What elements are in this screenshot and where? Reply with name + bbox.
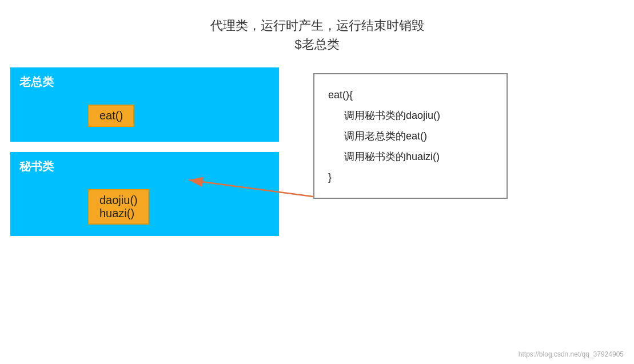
title-area: 代理类，运行时产生，运行结束时销毁 $老总类: [0, 0, 634, 54]
code-line-4: }: [328, 167, 488, 187]
page-container: 代理类，运行时产生，运行结束时销毁 $老总类 老总类 eat() 秘书类 dao…: [0, 0, 634, 364]
code-line-0: eat(){: [328, 85, 488, 105]
code-line-2: 调用老总类的eat(): [328, 126, 488, 146]
main-content: 老总类 eat() 秘书类 daojiu() huazi() eat(){ 调用…: [0, 67, 634, 236]
boss-class-box: 老总类 eat(): [10, 67, 279, 142]
secretary-class-box: 秘书类 daojiu() huazi(): [10, 152, 279, 236]
code-line-1: 调用秘书类的daojiu(): [328, 105, 488, 126]
right-column: eat(){ 调用秘书类的daojiu() 调用老总类的eat() 调用秘书类的…: [313, 73, 508, 199]
title-line2: $老总类: [0, 35, 634, 54]
secretary-method-box: daojiu() huazi(): [88, 189, 149, 225]
secretary-method-huazi: huazi(): [99, 207, 134, 219]
code-box: eat(){ 调用秘书类的daojiu() 调用老总类的eat() 调用秘书类的…: [313, 73, 508, 199]
code-line-3: 调用秘书类的huaizi(): [328, 146, 488, 167]
boss-method-box: eat(): [88, 105, 134, 127]
secretary-method-daojiu: daojiu(): [99, 194, 138, 206]
secretary-class-label: 秘书类: [19, 159, 270, 174]
left-column: 老总类 eat() 秘书类 daojiu() huazi(): [10, 67, 279, 236]
watermark: https://blog.csdn.net/qq_37924905: [519, 350, 624, 358]
boss-class-label: 老总类: [19, 74, 270, 90]
title-line1: 代理类，运行时产生，运行结束时销毁: [0, 16, 634, 35]
